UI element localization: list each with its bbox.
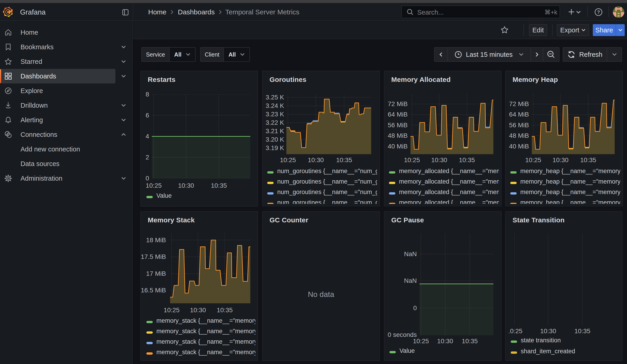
svg-text:?: ? (597, 9, 600, 15)
